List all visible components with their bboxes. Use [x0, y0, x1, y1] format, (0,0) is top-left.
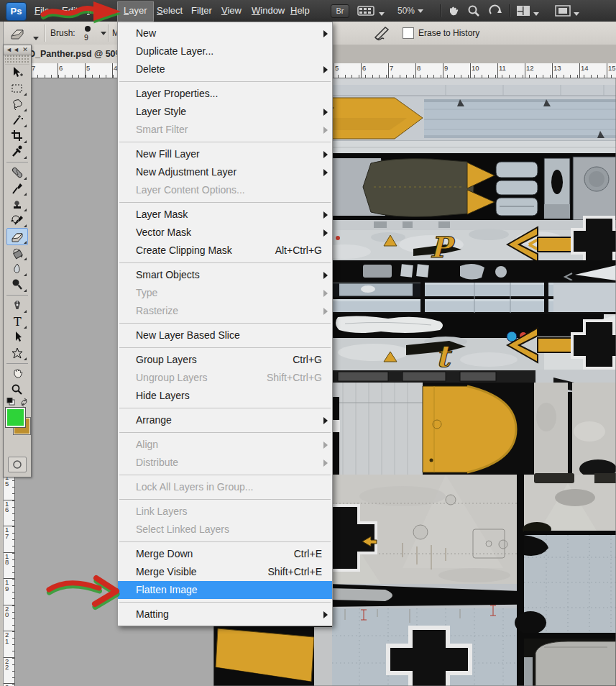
menu-item-lock-all-layers-in-group[interactable]: Lock All Layers in Group...	[118, 478, 332, 496]
menu-item-delete[interactable]: Delete	[118, 60, 332, 78]
menu-item-smart-objects[interactable]: Smart Objects	[118, 266, 332, 284]
submenu-arrow-icon	[323, 442, 328, 449]
menubar-view[interactable]: View	[216, 1, 247, 20]
crop-tool[interactable]	[7, 128, 27, 144]
menu-separator	[119, 602, 331, 603]
menu-item-rasterize[interactable]: Rasterize	[118, 302, 332, 320]
menu-item-align[interactable]: Align	[118, 436, 332, 454]
hand-tool[interactable]	[7, 366, 27, 382]
submenu-arrow-icon	[323, 290, 328, 297]
magnifier-icon	[467, 4, 480, 17]
menubar-help[interactable]: Help	[285, 1, 316, 20]
photoshop-logo[interactable]: Ps	[6, 2, 27, 21]
menu-separator	[119, 432, 331, 433]
swap-colors-icon[interactable]	[19, 398, 31, 408]
menu-item-arrange[interactable]: Arrange	[118, 411, 332, 429]
submenu-arrow-icon	[323, 109, 328, 116]
menu-item-distribute[interactable]: Distribute	[118, 454, 332, 472]
brush-label: Brush:	[50, 28, 75, 38]
marquee-tool[interactable]	[7, 81, 27, 96]
erase-history-checkbox[interactable]	[403, 27, 414, 39]
menu-item-ungroup-layers[interactable]: Ungroup LayersShift+Ctrl+G	[118, 369, 332, 387]
blur-tool[interactable]	[7, 261, 27, 277]
menu-item-vector-mask[interactable]: Vector Mask	[118, 224, 332, 242]
submenu-arrow-icon	[323, 459, 328, 467]
menu-item-layer-properties[interactable]: Layer Properties...	[118, 85, 332, 103]
rotate-view-button[interactable]	[488, 4, 502, 19]
toolbox-grip[interactable]	[5, 55, 29, 65]
submenu-arrow-icon	[323, 151, 328, 158]
rotate-icon	[488, 4, 502, 17]
hand-tool-button[interactable]	[446, 4, 460, 19]
photoshop-window: P	[0, 0, 616, 686]
menu-item-new-adjustment-layer[interactable]: New Adjustment Layer	[118, 163, 332, 181]
menu-item-flatten-image[interactable]: Flatten Image	[118, 581, 332, 599]
eraser-tool[interactable]	[6, 228, 28, 245]
annotation-arrow-layer-menu	[37, 0, 125, 26]
submenu-arrow-icon	[323, 66, 328, 73]
pen-tool[interactable]	[7, 298, 27, 314]
zoom-tool[interactable]	[7, 382, 27, 398]
lasso-tool[interactable]	[7, 96, 27, 112]
hand-icon	[446, 4, 460, 17]
erase-history-label: Erase to History	[418, 28, 479, 38]
menu-separator	[119, 499, 331, 500]
pathselect-tool[interactable]	[7, 329, 27, 345]
menu-item-select-linked-layers[interactable]: Select Linked Layers	[118, 521, 332, 539]
stamp-tool[interactable]	[7, 196, 27, 212]
heal-tool[interactable]	[7, 165, 27, 180]
move-tool[interactable]	[7, 65, 27, 81]
history-tool[interactable]	[7, 212, 27, 228]
menu-separator	[119, 323, 331, 324]
eyedropper-tool[interactable]	[7, 144, 27, 160]
zoom-level-control[interactable]: 50%	[397, 6, 423, 16]
menu-item-layer-content-options[interactable]: Layer Content Options...	[118, 181, 332, 199]
shape-tool[interactable]	[7, 345, 27, 361]
menu-item-smart-filter[interactable]: Smart Filter	[118, 121, 332, 139]
brush-preset-picker[interactable]: 9	[81, 24, 109, 42]
menubar-select[interactable]: Select	[151, 1, 188, 20]
view-extras-button[interactable]	[357, 5, 385, 19]
arrange-documents-button[interactable]	[516, 5, 539, 19]
menu-item-layer-mask[interactable]: Layer Mask	[118, 206, 332, 224]
layer-menu-dropdown: NewDuplicate Layer...DeleteLayer Propert…	[117, 22, 333, 626]
bucket-tool[interactable]	[7, 245, 27, 261]
screen-mode-button[interactable]	[555, 5, 579, 19]
toolbox-header[interactable]: ◄◄ ✕	[4, 45, 31, 55]
menu-item-create-clipping-mask[interactable]: Create Clipping MaskAlt+Ctrl+G	[118, 242, 332, 260]
foreground-color-swatch[interactable]	[6, 408, 25, 427]
menu-item-new-fill-layer[interactable]: New Fill Layer	[118, 145, 332, 163]
menu-item-layer-style[interactable]: Layer Style	[118, 103, 332, 121]
menu-item-merge-visible[interactable]: Merge VisibleShift+Ctrl+E	[118, 563, 332, 581]
submenu-arrow-icon	[323, 417, 328, 424]
zoom-tool-button[interactable]	[467, 4, 480, 19]
menu-item-matting[interactable]: Matting	[118, 605, 332, 623]
tool-preset-eraser[interactable]	[9, 24, 39, 45]
menubar-filter[interactable]: Filter	[185, 1, 218, 20]
menu-item-new-layer-based-slice[interactable]: New Layer Based Slice	[118, 326, 332, 344]
bridge-button[interactable]: Br	[331, 4, 349, 18]
annotation-arrow-flatten-image	[42, 572, 122, 615]
brush-tool[interactable]	[7, 180, 27, 196]
menu-item-hide-layers[interactable]: Hide Layers	[118, 387, 332, 405]
menu-item-duplicate-layer[interactable]: Duplicate Layer...	[118, 42, 332, 60]
menu-separator	[119, 202, 331, 203]
filmstrip-icon	[357, 5, 376, 17]
menu-item-type[interactable]: Type	[118, 284, 332, 302]
type-tool[interactable]: T	[7, 314, 27, 329]
quick-mask-button[interactable]	[8, 457, 27, 472]
toolbox: ◄◄ ✕ T	[3, 45, 32, 477]
menu-item-group-layers[interactable]: Group LayersCtrl+G	[118, 351, 332, 369]
menu-item-merge-down[interactable]: Merge DownCtrl+E	[118, 545, 332, 563]
menu-separator	[119, 347, 331, 348]
wand-tool[interactable]	[7, 112, 27, 128]
menu-separator	[119, 81, 331, 82]
submenu-arrow-icon	[323, 308, 328, 315]
menu-item-link-layers[interactable]: Link Layers	[118, 503, 332, 521]
menu-item-new[interactable]: New	[118, 24, 332, 42]
menu-separator	[119, 541, 331, 542]
menubar-window[interactable]: Window	[246, 1, 290, 20]
submenu-arrow-icon	[323, 611, 328, 618]
submenu-arrow-icon	[323, 272, 328, 279]
dodge-tool[interactable]	[7, 277, 27, 293]
